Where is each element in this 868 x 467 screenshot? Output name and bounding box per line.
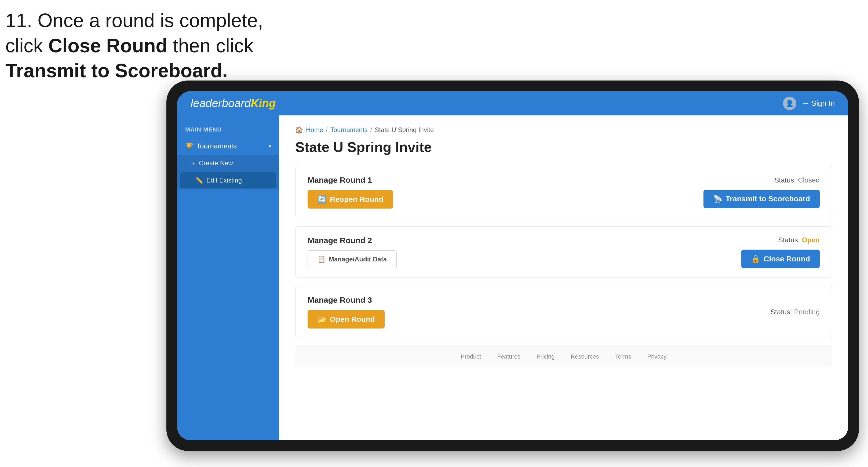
sign-in-link[interactable]: → Sign In — [802, 99, 835, 107]
instruction-transmit: Transmit to Scoreboard. — [5, 60, 227, 81]
breadcrumb: 🏠 Home / Tournaments / State U Spring In… — [295, 126, 832, 134]
instruction-line3: Transmit to Scoreboard. — [5, 58, 263, 84]
close-icon: 🔒 — [751, 254, 761, 263]
round-2-section: Manage Round 2 📋 Manage/Audit Data Statu… — [295, 226, 832, 278]
instruction-line1: 11. Once a round is complete, — [5, 8, 263, 33]
tablet-device: leaderboardKing 👤 → Sign In MAIN MENU 🏆 … — [166, 81, 859, 451]
edit-icon: ✏️ — [195, 177, 203, 184]
round-3-title: Manage Round 3 — [308, 295, 384, 305]
sidebar-main-menu-label: MAIN MENU — [177, 123, 279, 137]
sidebar: MAIN MENU 🏆 Tournaments ▾ + Create New ✏… — [177, 116, 279, 440]
edit-existing-label: Edit Existing — [207, 177, 242, 184]
open-round-button[interactable]: 📂 Open Round — [308, 310, 384, 329]
home-icon: 🏠 — [295, 126, 303, 134]
close-round-button[interactable]: 🔒 Close Round — [741, 250, 820, 268]
manage-audit-button[interactable]: 📋 Manage/Audit Data — [308, 250, 397, 268]
footer-terms[interactable]: Terms — [615, 353, 631, 360]
round-1-title: Manage Round 1 — [308, 176, 393, 185]
instruction-close-round: Close Round — [48, 35, 167, 56]
round-3-left: Manage Round 3 📂 Open Round — [308, 295, 384, 329]
create-new-label: Create New — [199, 159, 233, 167]
round-1-right: Status: Closed 📡 Transmit to Scoreboard — [704, 176, 820, 208]
logo-leaderboard: leaderboard — [191, 97, 251, 110]
round-3-section: Manage Round 3 📂 Open Round Status: Pend… — [295, 286, 832, 338]
audit-icon: 📋 — [317, 255, 326, 263]
page-title: State U Spring Invite — [295, 139, 832, 155]
round-2-right: Status: Open 🔒 Close Round — [741, 236, 820, 268]
sidebar-tournaments-label: Tournaments — [196, 142, 237, 150]
transmit-scoreboard-label: Transmit to Scoreboard — [726, 195, 810, 203]
open-round-icon: 📂 — [317, 315, 327, 324]
sign-in-arrow-icon: → — [802, 99, 809, 107]
round-1-section: Manage Round 1 🔄 Reopen Round Status: Cl… — [295, 166, 832, 218]
breadcrumb-current: State U Spring Invite — [375, 126, 434, 134]
tablet-screen: leaderboardKing 👤 → Sign In MAIN MENU 🏆 … — [177, 91, 848, 440]
transmit-icon: 📡 — [713, 195, 722, 204]
header-right: 👤 → Sign In — [783, 97, 835, 110]
round-2-title: Manage Round 2 — [308, 236, 397, 245]
manage-audit-label: Manage/Audit Data — [329, 255, 387, 263]
user-avatar: 👤 — [783, 97, 796, 110]
footer-pricing[interactable]: Pricing — [536, 353, 555, 360]
breadcrumb-home[interactable]: Home — [306, 126, 323, 134]
round-3-status: Status: Pending — [770, 308, 820, 316]
round-1-left: Manage Round 1 🔄 Reopen Round — [308, 176, 393, 209]
round-2-left: Manage Round 2 📋 Manage/Audit Data — [308, 236, 397, 268]
close-round-label: Close Round — [764, 255, 810, 263]
breadcrumb-sep2: / — [370, 126, 372, 134]
round-2-status-prefix: Status: — [778, 236, 800, 244]
logo-text: leaderboardKing — [191, 97, 276, 110]
reopen-icon: 🔄 — [317, 195, 327, 204]
sidebar-edit-existing[interactable]: ✏️ Edit Existing — [180, 172, 276, 188]
reopen-round-button[interactable]: 🔄 Reopen Round — [308, 190, 393, 209]
instruction-line2: click Close Round then click — [5, 33, 263, 59]
transmit-scoreboard-button[interactable]: 📡 Transmit to Scoreboard — [704, 190, 820, 208]
round-2-status-value: Open — [802, 236, 820, 244]
round-3-status-prefix: Status: — [770, 308, 792, 316]
footer-product[interactable]: Product — [461, 353, 481, 360]
app-header: leaderboardKing 👤 → Sign In — [177, 91, 848, 116]
round-2-status: Status: Open — [778, 236, 820, 244]
logo-king: King — [251, 97, 276, 110]
round-3-right: Status: Pending — [770, 308, 820, 316]
round-1-status-value: Closed — [798, 176, 820, 184]
instruction-line2-prefix: click — [5, 35, 48, 56]
footer-resources[interactable]: Resources — [570, 353, 599, 360]
instruction-block: 11. Once a round is complete, click Clos… — [5, 8, 263, 84]
footer-features[interactable]: Features — [497, 353, 520, 360]
round-1-status: Status: Closed — [774, 176, 820, 184]
plus-icon: + — [192, 159, 196, 167]
round-1-status-prefix: Status: — [774, 176, 796, 184]
main-content: 🏠 Home / Tournaments / State U Spring In… — [279, 116, 848, 440]
sidebar-submenu: + Create New ✏️ Edit Existing — [177, 155, 279, 189]
footer-privacy[interactable]: Privacy — [647, 353, 666, 360]
trophy-icon: 🏆 — [185, 143, 193, 150]
app-layout: MAIN MENU 🏆 Tournaments ▾ + Create New ✏… — [177, 116, 848, 440]
sidebar-item-tournaments[interactable]: 🏆 Tournaments ▾ — [177, 137, 279, 155]
sign-in-label: Sign In — [811, 99, 835, 107]
instruction-line2-suffix: then click — [167, 35, 253, 56]
footer: Product Features Pricing Resources Terms… — [295, 346, 832, 367]
reopen-round-label: Reopen Round — [330, 195, 383, 204]
sidebar-create-new[interactable]: + Create New — [177, 155, 279, 171]
round-3-status-value: Pending — [794, 308, 820, 316]
breadcrumb-sep1: / — [326, 126, 328, 134]
chevron-down-icon: ▾ — [269, 143, 271, 149]
open-round-label: Open Round — [330, 315, 375, 324]
logo-area: leaderboardKing — [191, 97, 276, 110]
breadcrumb-tournaments[interactable]: Tournaments — [331, 126, 368, 134]
